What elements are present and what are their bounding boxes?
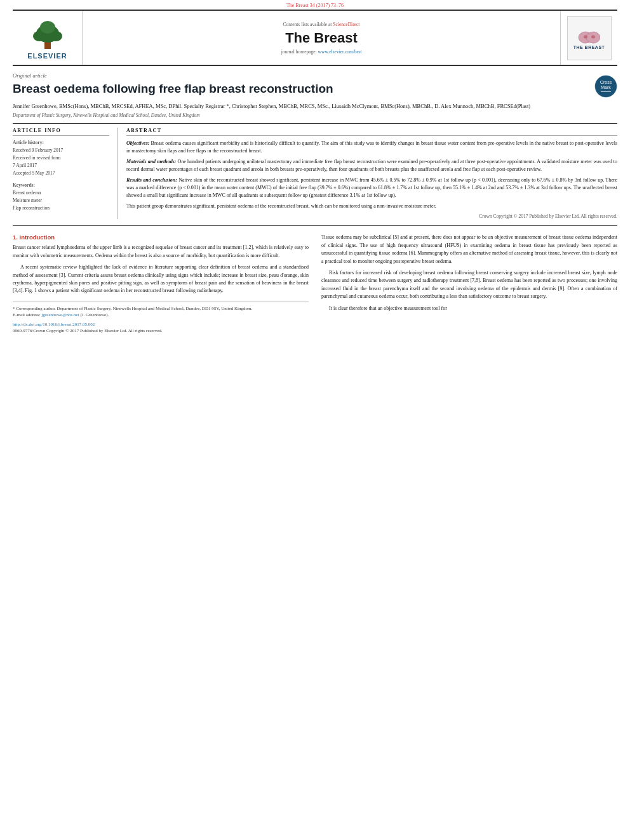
- keyword-2: Moisture meter: [13, 197, 109, 204]
- journal-reference: The Breast 34 (2017) 73–76: [0, 0, 630, 10]
- abstract-text: Objectives: Breast oedema causes signifi…: [126, 140, 617, 210]
- article-content: Original article Cross Mark Breast oedem…: [13, 66, 617, 226]
- main-body: 1. Introduction Breast cancer related ly…: [13, 234, 617, 333]
- body-left-column: 1. Introduction Breast cancer related ly…: [13, 234, 309, 333]
- doi-line[interactable]: http://dx.doi.org/10.1016/j.breast.2017.…: [13, 322, 309, 327]
- keyword-1: Breast oedema: [13, 189, 109, 197]
- journal-logo-section: THE BREAST: [560, 11, 617, 65]
- right-para-2: Risk factors for increased risk of devel…: [321, 269, 617, 301]
- svg-point-8: [584, 36, 587, 39]
- breast-logo-icon: [578, 26, 600, 44]
- issn-line: 0960-9776/Crown Copyright © 2017 Publish…: [13, 328, 309, 333]
- breast-journal-logo: THE BREAST: [567, 16, 612, 60]
- keywords-list: Breast oedema Moisture meter Flap recons…: [13, 189, 109, 212]
- methods-text: One hundred patients undergoing unilater…: [126, 159, 617, 172]
- results-paragraph: Results and conclusion: Native skin of t…: [126, 177, 617, 199]
- intro-para-1: Breast cancer related lymphoedema of the…: [13, 244, 309, 260]
- body-text-left: Breast cancer related lymphoedema of the…: [13, 244, 309, 295]
- keyword-3: Flap reconstruction: [13, 204, 109, 212]
- results-text: Native skin of the reconstructed breast …: [126, 177, 617, 198]
- right-para-1: Tissue oedema may be subclinical [5] and…: [321, 234, 617, 265]
- article-info-column: ARTICLE INFO Article history: Received 9…: [13, 128, 117, 219]
- email-address[interactable]: jgreenhowe@nhs.net: [42, 312, 79, 317]
- keywords-label: Keywords:: [13, 182, 109, 188]
- objectives-text: Breast oedema causes significant morbidi…: [126, 140, 617, 154]
- article-info-heading: ARTICLE INFO: [13, 128, 109, 136]
- objectives-paragraph: Objectives: Breast oedema causes signifi…: [126, 140, 617, 155]
- journal-header: ELSEVIER Contents lists available at Sci…: [13, 10, 617, 66]
- article-title: Breast oedema following free flap breast…: [13, 81, 617, 97]
- corresponding-author: * Corresponding author. Department of Pl…: [13, 305, 309, 312]
- contents-available: Contents lists available at ScienceDirec…: [283, 22, 360, 27]
- crossmark-icon: Cross Mark: [594, 75, 617, 98]
- right-para-3: It is clear therefore that an objective …: [321, 305, 617, 312]
- svg-text:Mark: Mark: [601, 85, 611, 90]
- footnotes-section: * Corresponding author. Department of Pl…: [13, 302, 309, 319]
- article-type-label: Original article: [13, 72, 617, 79]
- results-label: Results and conclusion:: [126, 177, 177, 183]
- authors: Jennifer Greenhowe, BMSc(Hons), MBChB, M…: [13, 102, 617, 110]
- journal-homepage-line: journal homepage: www.elsevier.com/brst: [281, 49, 362, 55]
- svg-point-9: [591, 36, 595, 39]
- revised-date: 7 April 2017: [13, 162, 109, 170]
- article-dates: Received 9 February 2017 Received in rev…: [13, 147, 109, 177]
- homepage-url[interactable]: www.elsevier.com/brst: [318, 49, 362, 55]
- methods-paragraph: Materials and methods: One hundred patie…: [126, 158, 617, 173]
- article-history-label: Article history:: [13, 140, 109, 145]
- objectives-label: Objectives:: [126, 140, 149, 146]
- received-date: Received 9 February 2017: [13, 147, 109, 154]
- elsevier-logo: ELSEVIER: [25, 16, 70, 60]
- svg-text:Cross: Cross: [600, 80, 612, 84]
- abstract-column: ABSTRACT Objectives: Breast oedema cause…: [117, 128, 617, 219]
- body-divider: [13, 225, 617, 226]
- results-paragraph-2: This patient group demonstrates signific…: [126, 203, 617, 210]
- intro-para-2: A recent systematic review highlighted t…: [13, 263, 309, 295]
- body-text-right: Tissue oedema may be subclinical [5] and…: [321, 234, 617, 312]
- copyright-line: Crown Copyright © 2017 Published by Else…: [126, 213, 617, 219]
- svg-point-4: [40, 21, 55, 34]
- journal-title-section: Contents lists available at ScienceDirec…: [83, 11, 560, 65]
- divider: [13, 123, 617, 124]
- body-right-column: Tissue oedema may be subclinical [5] and…: [321, 234, 617, 333]
- email-suffix: (J. Greenhowe).: [80, 312, 109, 317]
- methods-label: Materials and methods:: [126, 159, 176, 164]
- elsevier-tree-icon: [25, 16, 70, 51]
- crossmark-container[interactable]: Cross Mark: [594, 75, 617, 99]
- sciencedirect-link[interactable]: ScienceDirect: [333, 22, 359, 27]
- accepted-date: Accepted 5 May 2017: [13, 170, 109, 177]
- journal-name: The Breast: [285, 30, 358, 46]
- email-line: E-mail address: jgreenhowe@nhs.net (J. G…: [13, 312, 309, 319]
- abstract-heading: ABSTRACT: [126, 128, 617, 136]
- elsevier-logo-section: ELSEVIER: [13, 11, 83, 65]
- info-abstract-section: ARTICLE INFO Article history: Received 9…: [13, 128, 617, 219]
- affiliation: Department of Plastic Surgery, Ninewells…: [13, 112, 617, 118]
- revised-label: Received in revised form: [13, 154, 109, 162]
- elsevier-wordmark: ELSEVIER: [27, 52, 67, 60]
- intro-section-title: 1. Introduction: [13, 234, 309, 241]
